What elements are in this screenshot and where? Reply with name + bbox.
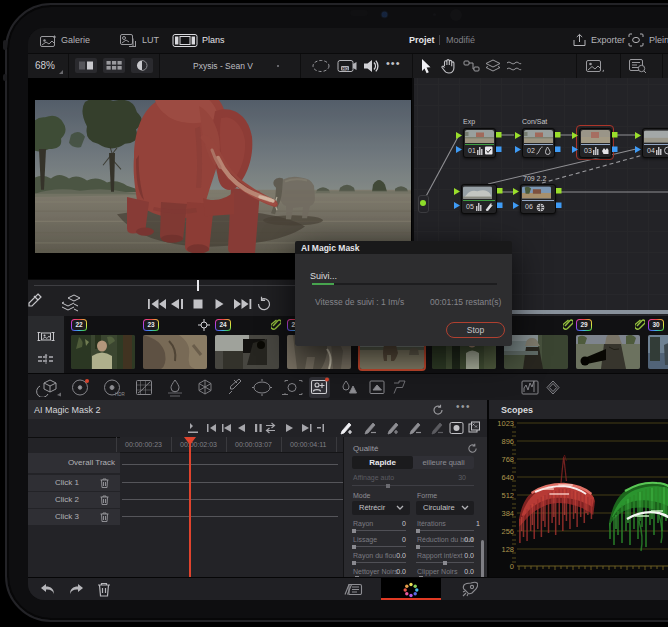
svg-text:1023: 1023 (497, 419, 514, 428)
svg-text:128: 128 (501, 545, 514, 554)
svg-text:768: 768 (501, 455, 514, 464)
svg-text:896: 896 (501, 437, 514, 446)
svg-text:256: 256 (501, 527, 514, 536)
svg-text:384: 384 (501, 509, 514, 518)
svg-text:HDR: HDR (115, 392, 125, 397)
svg-text:640: 640 (501, 473, 514, 482)
svg-text:512: 512 (501, 491, 514, 500)
svg-text:0: 0 (510, 562, 514, 571)
svg-text:HQ: HQ (342, 66, 348, 71)
